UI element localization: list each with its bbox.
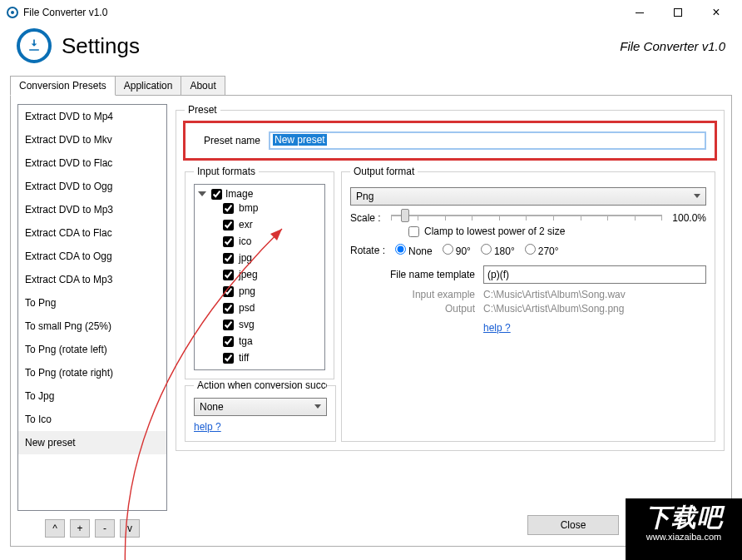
preset-list-column: Extract DVD to Mp4Extract DVD to MkvExtr… (17, 104, 167, 538)
output-format-value: Png (356, 191, 373, 202)
rotate-90[interactable]: 90° (443, 244, 471, 257)
format-label: jpg (239, 252, 252, 264)
remove-preset-button[interactable]: - (95, 519, 115, 538)
close-button-wrap: Close (527, 515, 619, 535)
format-item-svg[interactable]: svg (223, 316, 321, 333)
rotate-none[interactable]: None (395, 244, 433, 257)
preset-item[interactable]: To small Png (25%) (18, 315, 166, 338)
preset-item[interactable]: To Png (rotate left) (18, 338, 166, 361)
output-example-label: Output (350, 303, 475, 315)
output-format-group: Output format Png Scale : (341, 166, 715, 442)
format-label: psd (239, 302, 255, 314)
tree-expand-icon[interactable] (198, 191, 206, 196)
format-item-jpg[interactable]: jpg (223, 250, 321, 266)
tree-root-label: Image (225, 188, 253, 200)
watermark-text: 下载吧 (626, 498, 742, 532)
preset-name-highlight: Preset name New preset (183, 121, 717, 161)
format-checkbox[interactable] (223, 353, 234, 364)
tab-strip: Conversion Presets Application About (10, 75, 732, 95)
tree-root-image[interactable]: Image (198, 188, 321, 200)
action-help-link[interactable]: help ? (194, 421, 221, 433)
preset-item[interactable]: Extract DVD to Mp3 (18, 198, 166, 221)
action-select[interactable]: None (194, 398, 327, 416)
move-down-button[interactable]: v (120, 519, 140, 538)
chevron-down-icon (694, 194, 700, 198)
output-example-row: Output C:\Music\Artist\Album\Song.png (350, 303, 706, 315)
close-icon: × (712, 5, 720, 20)
tab-body: Extract DVD to Mp4Extract DVD to MkvExtr… (10, 95, 732, 547)
preset-item[interactable]: Extract DVD to Mkv (18, 128, 166, 151)
preset-name-input[interactable]: New preset (269, 131, 706, 150)
format-item-exr[interactable]: exr (223, 216, 321, 233)
input-example-label: Input example (350, 289, 475, 300)
preset-item[interactable]: To Ico (18, 408, 166, 431)
maximize-button[interactable] (659, 0, 697, 25)
input-formats-column: Input formats Image bmpexricojpgjpegpngp… (185, 166, 334, 442)
format-label: bmp (239, 202, 258, 214)
format-item-bmp[interactable]: bmp (223, 200, 321, 216)
close-window-button[interactable]: × (697, 0, 735, 25)
close-button[interactable]: Close (527, 515, 619, 535)
preset-item[interactable]: To Png (rotate right) (18, 361, 166, 384)
rotate-row: Rotate : None 90° 180° 270° (350, 244, 706, 257)
preset-list-buttons: ^ + - v (17, 519, 167, 538)
format-checkbox[interactable] (223, 203, 234, 214)
preset-item[interactable]: Extract CDA to Ogg (18, 245, 166, 268)
format-item-psd[interactable]: psd (223, 300, 321, 316)
format-label: tiff (239, 352, 249, 364)
format-item-ico[interactable]: ico (223, 233, 321, 250)
rotate-180[interactable]: 180° (481, 244, 515, 257)
preset-item[interactable]: Extract DVD to Ogg (18, 175, 166, 198)
tab-conversion-presets[interactable]: Conversion Presets (10, 76, 116, 96)
add-preset-button[interactable]: + (70, 519, 90, 538)
tab-application[interactable]: Application (115, 76, 182, 96)
preset-item[interactable]: Extract DVD to Flac (18, 151, 166, 175)
rotate-270[interactable]: 270° (525, 244, 559, 257)
format-item-tiff[interactable]: tiff (223, 349, 321, 366)
watermark-url: www.xiazaiba.com (626, 532, 742, 542)
rotate-label: Rotate : (350, 245, 385, 256)
template-label: File name template (350, 269, 475, 280)
format-checkbox[interactable] (223, 253, 234, 264)
format-item-png[interactable]: png (223, 283, 321, 300)
minimize-button[interactable] (621, 0, 659, 25)
output-help-link[interactable]: help ? (483, 322, 511, 334)
format-checkbox[interactable] (223, 320, 234, 330)
format-checkbox[interactable] (223, 336, 234, 347)
chevron-down-icon (314, 404, 321, 409)
output-format-select[interactable]: Png (350, 187, 706, 206)
checkbox-image-root[interactable] (211, 189, 222, 200)
format-label: tga (239, 335, 253, 347)
template-row: File name template (350, 265, 706, 284)
preset-item[interactable]: To Png (18, 291, 166, 315)
preset-list[interactable]: Extract DVD to Mp4Extract DVD to MkvExtr… (17, 104, 167, 511)
input-formats-tree[interactable]: Image bmpexricojpgjpegpngpsdsvgtgatiff (194, 184, 325, 370)
clamp-checkbox[interactable] (408, 226, 419, 237)
template-input[interactable] (483, 265, 706, 284)
output-example-value: C:\Music\Artist\Album\Song.png (483, 303, 624, 315)
format-checkbox[interactable] (223, 220, 234, 230)
slider-thumb[interactable] (401, 209, 409, 222)
move-up-button[interactable]: ^ (45, 519, 65, 538)
format-checkbox[interactable] (223, 303, 234, 314)
output-help-row: help ? (350, 317, 706, 334)
input-formats-group: Input formats Image bmpexricojpgjpegpngp… (185, 166, 334, 379)
minimize-icon (636, 12, 644, 13)
app-icon (7, 7, 18, 18)
maximize-icon (674, 8, 682, 17)
preset-item[interactable]: Extract CDA to Flac (18, 221, 166, 245)
format-item-tga[interactable]: tga (223, 333, 321, 349)
preset-group-legend: Preset (185, 104, 220, 116)
preset-item[interactable]: To Jpg (18, 384, 166, 408)
tab-about[interactable]: About (181, 76, 225, 96)
format-checkbox[interactable] (223, 286, 234, 297)
clamp-label: Clamp to lowest power of 2 size (424, 225, 565, 237)
preset-item[interactable]: Extract CDA to Mp3 (18, 268, 166, 291)
preset-item[interactable]: Extract DVD to Mp4 (18, 105, 166, 128)
clamp-row: Clamp to lowest power of 2 size (408, 225, 706, 237)
scale-slider[interactable] (391, 215, 663, 216)
format-item-jpeg[interactable]: jpeg (223, 266, 321, 283)
format-checkbox[interactable] (223, 270, 234, 280)
preset-item[interactable]: New preset (18, 431, 166, 454)
format-checkbox[interactable] (223, 236, 234, 247)
